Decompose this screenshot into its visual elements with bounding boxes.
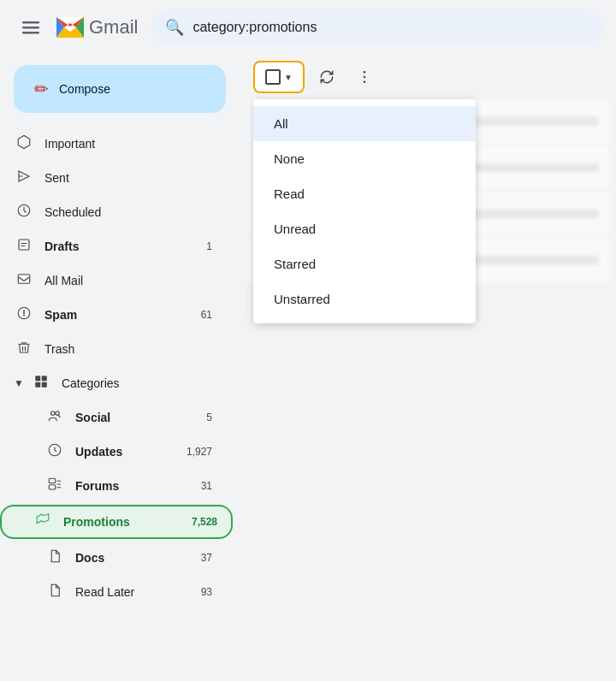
svg-rect-2 xyxy=(22,32,39,34)
sidebar-item-promotions[interactable]: Promotions 7,528 xyxy=(0,505,233,539)
sidebar-label-drafts: Drafts xyxy=(44,240,206,253)
dropdown-item-unstarred[interactable]: Unstarred xyxy=(253,281,476,317)
svg-point-17 xyxy=(364,76,366,79)
sidebar-item-forums[interactable]: Forums 31 xyxy=(0,469,226,503)
sidebar-label-updates: Updates xyxy=(75,445,187,459)
content-area: ▼ All None Read Unread Sta xyxy=(240,55,616,681)
sidebar-count-forums: 31 xyxy=(201,480,212,492)
important-icon xyxy=(14,134,34,153)
chevron-down-icon: ▼ xyxy=(14,377,24,389)
hamburger-icon xyxy=(22,19,39,36)
svg-rect-7 xyxy=(35,376,40,381)
svg-point-16 xyxy=(364,71,366,74)
categories-label: Categories xyxy=(62,376,226,390)
sidebar-item-read-later[interactable]: Read Later 93 xyxy=(0,575,226,609)
sidebar: ✏ Compose Important Sent Scheduled xyxy=(0,55,240,681)
sidebar-count-promotions: 7,528 xyxy=(192,516,217,528)
svg-rect-5 xyxy=(18,275,30,284)
sidebar-count-updates: 1,927 xyxy=(187,446,212,458)
trash-icon xyxy=(14,340,34,358)
sidebar-label-docs: Docs xyxy=(75,551,201,565)
select-checkbox-icon xyxy=(265,69,281,85)
sidebar-label-spam: Spam xyxy=(44,308,201,322)
sidebar-item-all-mail[interactable]: All Mail xyxy=(0,264,226,298)
sidebar-label-all-mail: All Mail xyxy=(44,274,212,287)
svg-rect-8 xyxy=(42,376,47,381)
svg-rect-15 xyxy=(49,485,56,489)
sidebar-item-sent[interactable]: Sent xyxy=(0,161,226,195)
more-options-button[interactable] xyxy=(349,62,380,92)
social-icon xyxy=(44,408,65,427)
menu-button[interactable] xyxy=(14,10,48,44)
categories-icon xyxy=(31,374,51,393)
docs-icon xyxy=(44,548,65,567)
gmail-logo: Gmail xyxy=(55,12,138,43)
sidebar-label-read-later: Read Later xyxy=(75,585,201,599)
header: Gmail 🔍 category:promotions xyxy=(0,0,616,55)
refresh-icon xyxy=(318,68,335,86)
svg-rect-14 xyxy=(49,478,56,483)
all-mail-icon xyxy=(14,271,34,290)
select-dropdown-menu: All None Read Unread Starred Unstarred xyxy=(253,99,476,323)
chevron-down-icon: ▼ xyxy=(284,73,293,82)
sidebar-label-important: Important xyxy=(44,137,212,151)
sidebar-item-updates[interactable]: Updates 1,927 xyxy=(0,435,226,469)
sidebar-count-social: 5 xyxy=(206,412,212,423)
select-dropdown-button[interactable]: ▼ xyxy=(253,61,305,93)
sidebar-label-trash: Trash xyxy=(44,342,212,356)
updates-icon xyxy=(44,442,65,461)
sidebar-item-spam[interactable]: Spam 61 xyxy=(0,298,226,332)
sidebar-item-drafts[interactable]: Drafts 1 xyxy=(0,229,226,264)
search-bar[interactable]: 🔍 category:promotions xyxy=(151,9,602,45)
dropdown-item-read[interactable]: Read xyxy=(253,176,476,211)
svg-point-12 xyxy=(56,412,60,416)
scheduled-icon xyxy=(14,203,34,222)
forums-icon xyxy=(44,477,65,495)
sidebar-item-social[interactable]: Social 5 xyxy=(0,400,226,435)
sidebar-count-docs: 37 xyxy=(201,552,212,564)
read-later-icon xyxy=(44,583,65,601)
compose-label: Compose xyxy=(59,82,110,96)
sidebar-item-trash[interactable]: Trash xyxy=(0,332,226,366)
sidebar-count-spam: 61 xyxy=(201,309,212,321)
sidebar-item-scheduled[interactable]: Scheduled xyxy=(0,195,226,229)
sidebar-count-drafts: 1 xyxy=(206,240,212,252)
sidebar-item-docs[interactable]: Docs 37 xyxy=(0,541,226,575)
sidebar-label-sent: Sent xyxy=(44,171,212,185)
svg-rect-0 xyxy=(22,21,39,24)
sidebar-label-forums: Forums xyxy=(75,479,201,493)
svg-rect-1 xyxy=(22,27,39,29)
svg-point-11 xyxy=(51,412,56,416)
gmail-m-icon xyxy=(55,12,86,43)
categories-header[interactable]: ▼ Categories xyxy=(0,366,240,400)
svg-rect-4 xyxy=(19,240,29,250)
compose-icon: ✏ xyxy=(34,79,49,99)
dropdown-item-none[interactable]: None xyxy=(253,141,476,176)
refresh-button[interactable] xyxy=(311,62,342,92)
toolbar: ▼ xyxy=(240,55,616,99)
search-icon: 🔍 xyxy=(165,18,184,37)
search-value: category:promotions xyxy=(192,20,317,35)
spam-icon xyxy=(14,305,34,324)
svg-rect-10 xyxy=(42,382,47,388)
sent-icon xyxy=(14,169,34,187)
more-vertical-icon xyxy=(356,68,373,86)
compose-button[interactable]: ✏ Compose xyxy=(14,65,226,113)
promotions-icon xyxy=(33,512,53,531)
svg-rect-9 xyxy=(35,382,40,388)
sidebar-label-scheduled: Scheduled xyxy=(44,205,212,219)
sidebar-count-read-later: 93 xyxy=(201,586,212,598)
dropdown-item-unread[interactable]: Unread xyxy=(253,211,476,246)
drafts-icon xyxy=(14,237,34,256)
dropdown-item-starred[interactable]: Starred xyxy=(253,246,476,281)
sidebar-item-important[interactable]: Important xyxy=(0,127,226,161)
dropdown-item-all[interactable]: All xyxy=(253,106,476,141)
svg-point-18 xyxy=(364,81,366,84)
app-name: Gmail xyxy=(89,16,138,38)
sidebar-label-social: Social xyxy=(75,411,206,424)
main-layout: ✏ Compose Important Sent Scheduled xyxy=(0,55,616,681)
sidebar-label-promotions: Promotions xyxy=(63,515,192,529)
